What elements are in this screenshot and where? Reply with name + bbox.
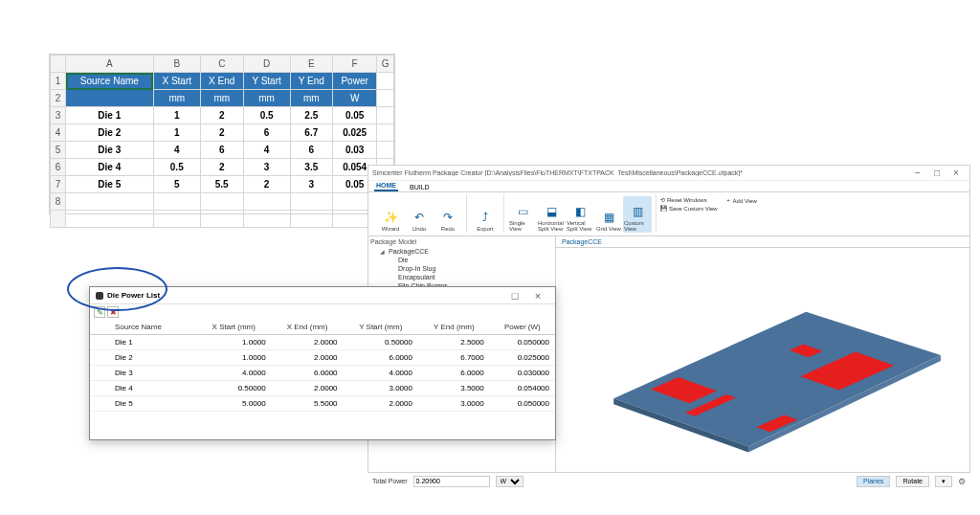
table-row[interactable]: Die 11.00002.00000.500002.50000.050000 [90,335,555,350]
wand-icon: ✨ [383,210,398,225]
tab-build[interactable]: BUILD [408,184,432,191]
titlebar: Simcenter Flotherm Package Creator [D:\A… [368,166,969,181]
table-row[interactable]: Die 34.00006.00004.00006.00000.030000 [90,366,555,381]
status-bar: Total Power W Planes Rotate ▾ ⚙ [368,472,969,489]
plus-icon: ＋ [725,196,731,205]
redo-button[interactable]: ↷Redo [434,196,462,233]
panel-title: Package Model [370,238,553,245]
tree-root[interactable]: ◢PackageCCE [380,247,553,256]
table-row[interactable]: Die 55.00005.50002.00003.00000.050000 [90,396,555,412]
tree-item[interactable]: Die [390,256,553,264]
maximize-button[interactable]: □ [927,166,947,181]
minimize-button[interactable]: − [908,166,927,181]
col-C[interactable]: C [200,56,243,73]
planes-button[interactable]: Planes [857,476,890,487]
rotate-button[interactable]: Rotate [896,476,929,487]
dialog-icon [96,292,103,300]
export-button[interactable]: ⤴Export [471,196,500,233]
excel-row: 4Die 21266.70.025 [51,124,394,142]
ribbon: ✨Wizard ↶Undo ↷Redo ⤴Export ▭Single View… [368,192,969,236]
table-row[interactable]: Die 40.500002.00003.00003.50000.054000 [90,381,555,396]
table-header[interactable]: Y Start (mm) [344,320,418,335]
table-header[interactable]: Y End (mm) [418,320,490,335]
settings-icon[interactable]: ⚙ [958,477,966,486]
custom-view-icon: ▥ [630,204,645,219]
collapse-icon[interactable]: ◢ [380,248,386,255]
excel-column-header-row: A B C D E F G [51,56,394,73]
grid-icon: ▦ [601,210,616,225]
col-D[interactable]: D [243,56,290,73]
col-E[interactable]: E [290,56,332,73]
table-row[interactable]: Die 21.00002.00006.00006.70000.025000 [90,350,555,366]
col-F[interactable]: F [333,56,377,73]
col-B[interactable]: B [153,56,200,73]
dialog-maximize-button[interactable]: □ [503,290,526,302]
table-header[interactable]: X Start (mm) [196,320,272,335]
ribbon-tabs: HOME BUILD [368,181,969,192]
single-view-icon: ▭ [515,204,530,219]
tree-item[interactable]: Encapsulant [390,273,553,281]
excel-row: 3Die 1120.52.50.05 [51,107,394,124]
dialog-titlebar[interactable]: Die Power List □ × [90,287,555,304]
undo-button[interactable]: ↶Undo [405,196,434,233]
view-panel: PackageCCE [556,236,969,472]
col-A[interactable]: A [66,56,154,73]
tree-item[interactable]: Drop-In Slug [390,264,553,273]
vsplit-view-button[interactable]: ◧Vertical Split View [566,196,594,233]
power-unit-select[interactable]: W [496,476,523,487]
3d-canvas[interactable] [556,248,969,472]
total-power-value[interactable] [413,476,490,487]
total-power-label: Total Power [372,478,408,484]
custom-view-button[interactable]: ▥Custom View [623,196,652,233]
vsplit-icon: ◧ [572,204,588,219]
wizard-button[interactable]: ✨Wizard [376,196,405,233]
reset-icon: ⟲ [660,196,665,203]
window-title: Simcenter Flotherm Package Creator [D:\A… [372,169,908,176]
close-button[interactable]: × [947,166,966,181]
clear-button[interactable]: ✖ [107,306,119,318]
die-power-list-dialog: Die Power List □ × ✎ ✖ Source NameX Star… [89,286,556,440]
excel-row: 5Die 346460.03 [51,142,394,159]
excel-corner[interactable] [51,56,66,73]
excel-header-row-1: 1 Source Name X Start X End Y Start Y En… [51,73,394,90]
import-button[interactable]: ✎ [94,306,105,318]
save-icon: 💾 [660,205,667,212]
excel-row: 6Die 40.5233.50.054 [51,159,394,176]
undo-icon: ↶ [412,210,427,225]
export-icon: ⤴ [478,210,493,225]
excel-window: A B C D E F G 1 Source Name X Start X En… [49,54,395,214]
save-custom-view-button[interactable]: 💾Save Custom View [660,205,718,212]
hsplit-icon: ⬓ [544,204,559,219]
dialog-title: Die Power List [107,291,503,300]
die-power-table: Source NameX Start (mm)X End (mm)Y Start… [90,320,555,412]
table-header[interactable]: Source Name [90,320,196,335]
hsplit-view-button[interactable]: ⬓Horizontal Split View [537,196,566,233]
col-G[interactable]: G [377,56,394,73]
tab-home[interactable]: HOME [374,182,398,191]
excel-row: 7Die 555.5230.05 [51,176,394,193]
dialog-close-button[interactable]: × [526,290,549,302]
single-view-button[interactable]: ▭Single View [508,196,537,233]
redo-icon: ↷ [440,210,456,225]
add-view-button[interactable]: ＋Add View [725,196,757,205]
grid-view-button[interactable]: ▦Grid View [594,196,623,233]
excel-header-row-2: 2 mm mm mm mm W [51,90,394,107]
table-header[interactable]: Power (W) [490,320,555,335]
reset-windows-button[interactable]: ⟲Reset Windows [660,196,718,203]
view-tab[interactable]: PackageCCE [556,236,969,248]
cell-source-name[interactable]: Source Name [66,73,154,90]
rotate-menu-button[interactable]: ▾ [935,476,952,487]
table-header[interactable]: X End (mm) [272,320,344,335]
